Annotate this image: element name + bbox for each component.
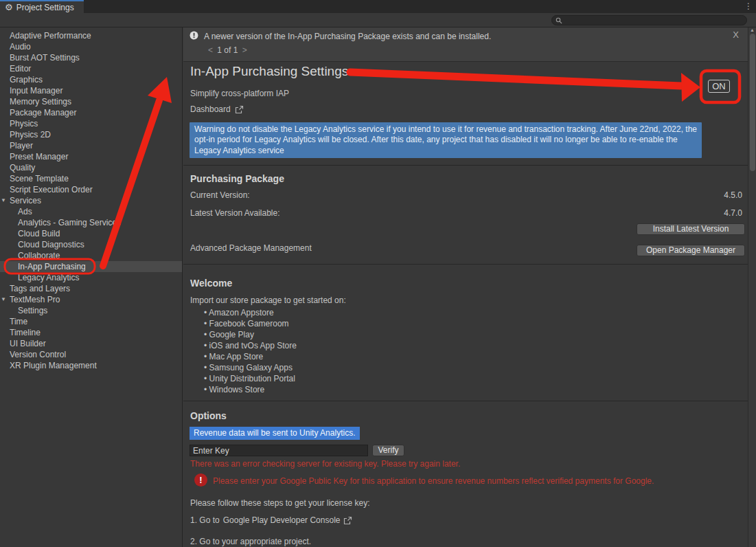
- google-key-error-text: Please enter your Google Public Key for …: [213, 476, 654, 486]
- page-title: In-App Purchasing Settings: [190, 64, 348, 79]
- sidebar-item-memory-settings[interactable]: Memory Settings: [0, 96, 182, 107]
- google-play-console-link[interactable]: Google Play Developer Console: [223, 515, 341, 525]
- welcome-heading: Welcome: [190, 278, 232, 289]
- external-link-icon: [343, 516, 352, 525]
- list-item: Facebook Gameroom: [204, 318, 297, 329]
- sidebar-item-textmesh-pro[interactable]: ▼TextMesh Pro: [0, 294, 182, 305]
- scrollbar-thumb[interactable]: [750, 34, 755, 171]
- step-2: 2. Go to your appropriate project.: [190, 537, 311, 546]
- sidebar-item-scene-template[interactable]: Scene Template: [0, 173, 182, 184]
- window-tab-bar: ⚙ Project Settings ⋮: [0, 0, 756, 13]
- sidebar-item-textmesh-settings[interactable]: Settings: [0, 305, 182, 316]
- close-icon[interactable]: X: [733, 30, 739, 40]
- list-item: Amazon Appstore: [204, 307, 297, 318]
- sidebar-item-services[interactable]: ▼Services: [0, 195, 182, 206]
- sidebar-item-package-manager[interactable]: Package Manager: [0, 107, 182, 118]
- iap-on-toggle[interactable]: ON: [708, 80, 730, 93]
- update-notification-bar: A newer version of the In-App Purchasing…: [183, 27, 748, 62]
- sidebar-item-tags-and-layers[interactable]: Tags and Layers: [0, 283, 182, 294]
- sidebar-item-burst-aot-settings[interactable]: Burst AOT Settings: [0, 52, 182, 63]
- kebab-menu-icon[interactable]: ⋮: [744, 1, 753, 12]
- list-item: Unity Distribution Portal: [204, 373, 297, 384]
- notification-pager: < 1 of 1 >: [206, 45, 249, 55]
- tab-project-settings[interactable]: ⚙ Project Settings: [0, 0, 84, 13]
- sidebar-item-timeline[interactable]: Timeline: [0, 327, 182, 338]
- sidebar-item-graphics[interactable]: Graphics: [0, 74, 182, 85]
- pager-next-button[interactable]: >: [240, 45, 249, 55]
- gear-icon: ⚙: [5, 3, 13, 12]
- sidebar-item-editor[interactable]: Editor: [0, 63, 182, 74]
- server-error-text: There was an error checking server for e…: [190, 459, 460, 469]
- sidebar-item-physics-2d[interactable]: Physics 2D: [0, 129, 182, 140]
- options-heading: Options: [190, 410, 227, 421]
- list-item: Mac App Store: [204, 351, 297, 362]
- license-key-input[interactable]: [190, 445, 368, 456]
- settings-main-panel: A newer version of the In-App Purchasing…: [183, 27, 748, 547]
- purchasing-package-heading: Purchasing Package: [190, 173, 284, 184]
- sidebar-item-collaborate[interactable]: Collaborate: [0, 250, 182, 261]
- chevron-down-icon[interactable]: ▼: [1, 195, 8, 206]
- pager-prev-button[interactable]: <: [206, 45, 215, 55]
- sidebar-item-physics[interactable]: Physics: [0, 118, 182, 129]
- welcome-intro: Import our store package to get started …: [190, 295, 346, 305]
- sidebar-item-ui-builder[interactable]: UI Builder: [0, 338, 182, 349]
- advanced-package-management-label: Advanced Package Management: [190, 243, 312, 253]
- tab-title: Project Settings: [16, 3, 74, 12]
- section-divider: [183, 264, 748, 265]
- section-divider: [183, 165, 748, 166]
- error-icon: !: [194, 473, 207, 487]
- legacy-analytics-warning: Warning do not disable the Legacy Analyt…: [190, 122, 702, 158]
- sidebar-item-quality[interactable]: Quality: [0, 162, 182, 173]
- sidebar-item-time[interactable]: Time: [0, 316, 182, 327]
- sidebar-item-legacy-analytics[interactable]: Legacy Analytics: [0, 272, 182, 283]
- section-divider: [183, 401, 748, 401]
- sidebar-item-version-control[interactable]: Version Control: [0, 349, 182, 360]
- search-input[interactable]: [551, 15, 747, 25]
- vertical-scrollbar[interactable]: ▲: [748, 27, 756, 547]
- sidebar-item-cloud-diagnostics[interactable]: Cloud Diagnostics: [0, 239, 182, 250]
- sidebar-item-adaptive-performance[interactable]: Adaptive Performance: [0, 30, 182, 41]
- list-item: iOS and tvOs App Store: [204, 340, 297, 351]
- store-list: Amazon Appstore Facebook Gameroom Google…: [204, 307, 297, 395]
- current-version-label: Current Version:: [190, 190, 250, 200]
- external-link-icon: [235, 105, 244, 114]
- toolbar: [0, 13, 756, 27]
- license-steps-intro: Please follow these steps to get your li…: [190, 498, 369, 508]
- notification-text: A newer version of the In-App Purchasing…: [204, 32, 491, 41]
- scroll-up-icon[interactable]: ▲: [750, 27, 755, 32]
- open-package-manager-button[interactable]: Open Package Manager: [637, 245, 745, 256]
- sidebar-item-analytics-gaming-services[interactable]: Analytics - Gaming Services: [0, 217, 182, 228]
- list-item: Samsung Galaxy Apps: [204, 362, 297, 373]
- list-item: Windows Store: [204, 384, 297, 395]
- list-item: Google Play: [204, 329, 297, 340]
- settings-sidebar: Adaptive Performance Audio Burst AOT Set…: [0, 27, 183, 547]
- latest-version-value: 4.7.0: [724, 208, 742, 218]
- install-latest-version-button[interactable]: Install Latest Version: [637, 223, 745, 235]
- step-1: 1. Go to Google Play Developer Console: [190, 515, 352, 525]
- dashboard-link[interactable]: Dashboard: [190, 104, 244, 114]
- current-version-value: 4.5.0: [724, 190, 742, 200]
- sidebar-item-input-manager[interactable]: Input Manager: [0, 85, 182, 96]
- alert-bubble-icon: [189, 31, 199, 41]
- page-subtitle: Simplify cross-platform IAP: [190, 89, 289, 98]
- analytics-revenue-note: Revenue data will be sent to Unity Analy…: [190, 427, 360, 440]
- sidebar-item-player[interactable]: Player: [0, 140, 182, 151]
- sidebar-item-audio[interactable]: Audio: [0, 41, 182, 52]
- sidebar-item-script-execution-order[interactable]: Script Execution Order: [0, 184, 182, 195]
- sidebar-item-xr-plugin-management[interactable]: XR Plugin Management: [0, 360, 182, 371]
- verify-button[interactable]: Verify: [372, 445, 404, 456]
- latest-version-label: Latest Version Available:: [190, 208, 280, 218]
- search-icon: [555, 17, 562, 24]
- chevron-down-icon[interactable]: ▼: [1, 294, 8, 305]
- sidebar-item-in-app-purchasing[interactable]: In-App Purchasing: [0, 261, 182, 272]
- sidebar-item-cloud-build[interactable]: Cloud Build: [0, 228, 182, 239]
- sidebar-item-preset-manager[interactable]: Preset Manager: [0, 151, 182, 162]
- sidebar-item-ads[interactable]: Ads: [0, 206, 182, 217]
